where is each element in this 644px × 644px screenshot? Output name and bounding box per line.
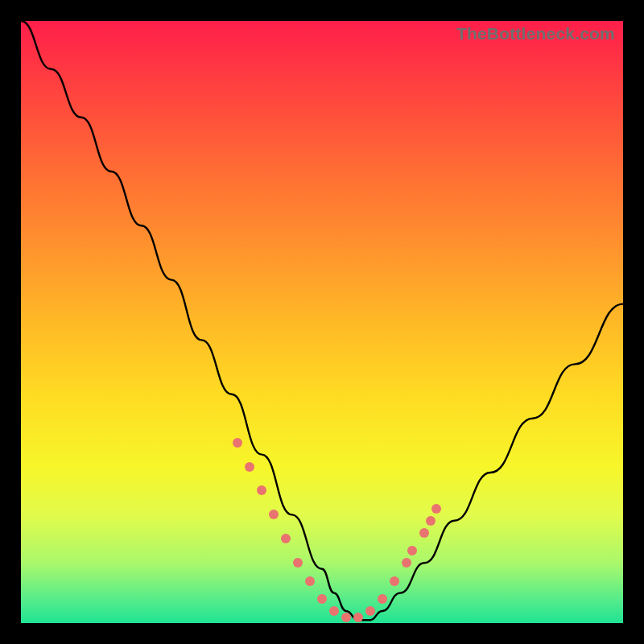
highlight-dot (378, 594, 387, 604)
highlight-dot (390, 576, 399, 586)
highlight-dot (329, 606, 339, 616)
highlight-dot (419, 528, 429, 538)
highlight-dot (431, 504, 441, 514)
plot-area: TheBottleneck.com (21, 21, 623, 623)
highlight-dot (305, 576, 315, 586)
highlight-dot (353, 613, 363, 622)
highlight-dot (245, 462, 254, 472)
highlight-dot (402, 558, 411, 568)
highlight-dot (233, 438, 242, 448)
highlight-dot (426, 516, 436, 526)
highlight-dot (317, 594, 327, 604)
curve-layer (21, 21, 623, 623)
highlight-dot (365, 606, 375, 616)
highlight-dot (341, 613, 351, 622)
highlight-dot (257, 485, 266, 495)
chart-canvas: TheBottleneck.com (0, 0, 644, 644)
highlight-dot (281, 534, 291, 543)
highlight-dot (269, 510, 279, 519)
highlight-dot (293, 558, 303, 568)
bottleneck-curve (21, 21, 623, 620)
highlight-dot (407, 546, 417, 555)
